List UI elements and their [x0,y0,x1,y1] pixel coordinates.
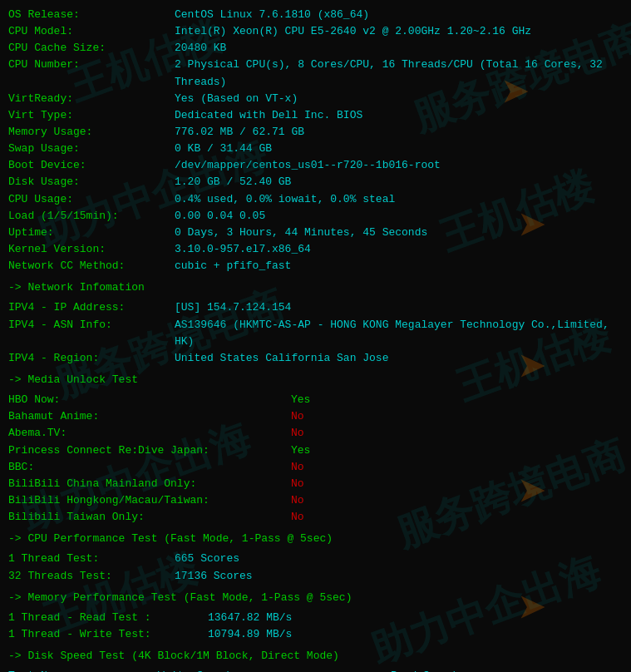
bilibili-hk-label: BiliBili Hongkong/Macau/Taiwan: [8,492,291,509]
princess-label: Princess Connect Re:Dive Japan: [8,442,291,459]
memory-row: Memory Usage: 776.02 MB / 62.71 GB [8,124,623,141]
swap-value: 0 KB / 31.44 GB [175,141,272,157]
cpu-perf-section: -> CPU Performance Test (Fast Mode, 1-Pa… [8,531,623,584]
disk-section: -> Disk Speed Test (4K Block/1M Block, D… [8,648,623,672]
read-row: 1 Thread - Read Test : 13647.82 MB/s [8,610,623,626]
princess-row: Princess Connect Re:Dive Japan: Yes [8,442,623,459]
os-release-row: OS Release: CentOS Linux 7.6.1810 (x86_6… [8,7,623,23]
ipv4-ip-value: [US] 154.7.124.154 [175,299,291,316]
princess-value: Yes [291,442,310,459]
memory-label: Memory Usage: [8,124,175,141]
thread32-label: 32 Threads Test: [8,568,175,585]
media-section: -> Media Unlock Test HBO Now: Yes Bahamu… [8,372,623,526]
memory-perf-section: -> Memory Performance Test (Fast Mode, 1… [8,590,623,643]
cpu-model-row: CPU Model: Intel(R) Xeon(R) CPU E5-2640 … [8,23,623,40]
abema-value: No [291,425,304,442]
load-value: 0.00 0.04 0.05 [175,208,265,225]
ipv4-asn-value: AS139646 (HKMTC-AS-AP - HONG KONG Megala… [175,317,623,350]
load-row: Load (1/5/15min): 0.00 0.04 0.05 [8,208,623,225]
memory-perf-rows: 1 Thread - Read Test : 13647.82 MB/s 1 T… [8,610,623,643]
cpu-model-label: CPU Model: [8,23,175,40]
virt-type-label: Virt Type: [8,107,175,124]
bilibili-tw-label: Bilibili Taiwan Only: [8,509,291,526]
hbo-row: HBO Now: Yes [8,392,623,408]
write-value: 10794.89 MB/s [208,626,292,643]
network-section: -> Network Infomation IPV4 - IP Address:… [8,279,623,367]
bbc-value: No [291,459,304,476]
ipv4-ip-row: IPV4 - IP Address: [US] 154.7.124.154 [8,299,623,316]
cpu-usage-row: CPU Usage: 0.4% used, 0.0% iowait, 0.0% … [8,191,623,208]
disk-table: Test Name Write Speed Read Speed 100MB-4… [8,668,623,672]
ipv4-asn-row: IPV4 - ASN Info: AS139646 (HKMTC-AS-AP -… [8,317,623,350]
disk-header: -> Disk Speed Test (4K Block/1M Block, D… [8,648,623,665]
ipv4-ip-label: IPV4 - IP Address: [8,299,175,316]
thread32-row: 32 Threads Test: 17136 Scores [8,568,623,585]
disk-table-header: Test Name Write Speed Read Speed [8,668,623,672]
disk-row: Disk Usage: 1.20 GB / 52.40 GB [8,174,623,190]
cpu-number-value: 2 Physical CPU(s), 8 Cores/CPU, 16 Threa… [175,57,623,90]
ipv4-region-value: United States California San Jose [175,350,388,367]
media-header: -> Media Unlock Test [8,372,623,388]
cpu-cache-value: 20480 KB [175,40,226,57]
bilibili-cn-value: No [291,476,304,492]
disk-value: 1.20 GB / 52.40 GB [175,174,291,190]
uptime-label: Uptime: [8,225,175,241]
thread1-row: 1 Thread Test: 665 Scores [8,551,623,567]
load-label: Load (1/5/15min): [8,208,175,225]
disk-col-write: Write Speed [158,668,391,672]
system-info-section: OS Release: CentOS Linux 7.6.1810 (x86_6… [8,7,623,274]
bahamut-label: Bahamut Anime: [8,408,291,425]
thread1-value: 665 Scores [175,551,239,567]
bahamut-row: Bahamut Anime: No [8,408,623,425]
cpu-model-value: Intel(R) Xeon(R) CPU E5-2640 v2 @ 2.00GH… [175,23,531,40]
read-label: 1 Thread - Read Test : [8,610,208,626]
bbc-row: BBC: No [8,459,623,476]
bilibili-tw-row: Bilibili Taiwan Only: No [8,509,623,526]
virt-type-value: Dedicated with Dell Inc. BIOS [175,107,362,124]
hbo-value: Yes [291,392,310,408]
cpu-perf-rows: 1 Thread Test: 665 Scores 32 Threads Tes… [8,551,623,584]
network-cc-label: Network CC Method: [8,258,175,274]
thread32-value: 17136 Scores [175,568,253,585]
cpu-usage-value: 0.4% used, 0.0% iowait, 0.0% steal [175,191,395,208]
kernel-label: Kernel Version: [8,241,175,258]
hbo-label: HBO Now: [8,392,291,408]
virt-ready-row: VirtReady: Yes (Based on VT-x) [8,91,623,107]
bilibili-cn-row: BiliBili China Mainland Only: No [8,476,623,492]
thread1-label: 1 Thread Test: [8,551,175,567]
swap-label: Swap Usage: [8,141,175,157]
ipv4-region-label: IPV4 - Region: [8,350,175,367]
network-header: -> Network Infomation [8,279,623,296]
bilibili-cn-label: BiliBili China Mainland Only: [8,476,291,492]
bilibili-hk-row: BiliBili Hongkong/Macau/Taiwan: No [8,492,623,509]
ipv4-region-row: IPV4 - Region: United States California … [8,350,623,367]
write-row: 1 Thread - Write Test: 10794.89 MB/s [8,626,623,643]
swap-row: Swap Usage: 0 KB / 31.44 GB [8,141,623,157]
os-release-value: CentOS Linux 7.6.1810 (x86_64) [175,7,369,23]
virt-type-row: Virt Type: Dedicated with Dell Inc. BIOS [8,107,623,124]
cpu-number-label: CPU Number: [8,57,175,90]
cpu-cache-label: CPU Cache Size: [8,40,175,57]
bbc-label: BBC: [8,459,291,476]
boot-value: /dev/mapper/centos_us01--r720--1b016-roo… [175,157,441,174]
abema-label: Abema.TV: [8,425,291,442]
kernel-row: Kernel Version: 3.10.0-957.el7.x86_64 [8,241,623,258]
uptime-row: Uptime: 0 Days, 3 Hours, 44 Minutes, 45 … [8,225,623,241]
bilibili-tw-value: No [291,509,304,526]
bahamut-value: No [291,408,304,425]
cpu-perf-header: -> CPU Performance Test (Fast Mode, 1-Pa… [8,531,623,547]
cpu-usage-label: CPU Usage: [8,191,175,208]
disk-label: Disk Usage: [8,174,175,190]
virt-ready-label: VirtReady: [8,91,175,107]
media-rows: HBO Now: Yes Bahamut Anime: No Abema.TV:… [8,392,623,526]
disk-col-read: Read Speed [391,668,456,672]
ipv4-asn-label: IPV4 - ASN Info: [8,317,175,350]
uptime-value: 0 Days, 3 Hours, 44 Minutes, 45 Seconds [175,225,427,241]
network-cc-row: Network CC Method: cubic + pfifo_fast [8,258,623,274]
network-cc-value: cubic + pfifo_fast [175,258,291,274]
os-release-label: OS Release: [8,7,175,23]
virt-ready-value: Yes (Based on VT-x) [175,91,298,107]
memory-value: 776.02 MB / 62.71 GB [175,124,304,141]
read-value: 13647.82 MB/s [208,610,292,626]
boot-label: Boot Device: [8,157,175,174]
